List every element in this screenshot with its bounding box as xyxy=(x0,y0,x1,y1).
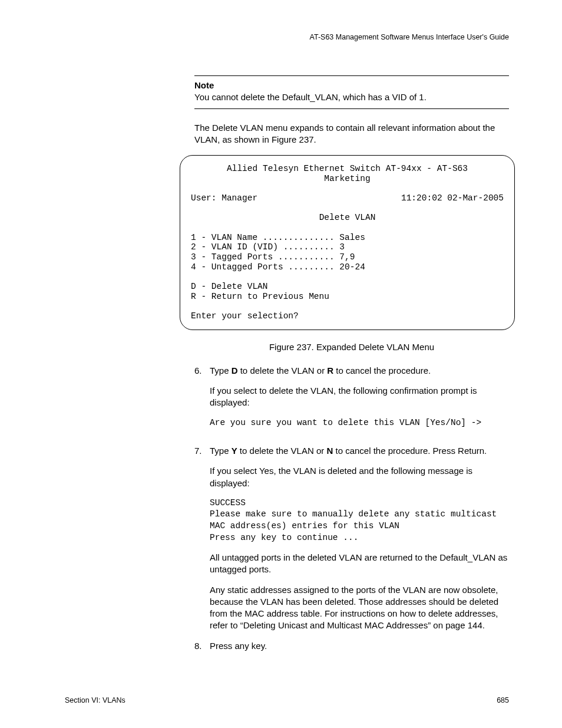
terminal-prompt: Enter your selection? xyxy=(191,311,504,321)
key-r: R xyxy=(327,365,333,375)
text: Type xyxy=(210,446,232,456)
key-n: N xyxy=(326,446,333,456)
running-header: AT-S63 Management Software Menus Interfa… xyxy=(65,33,509,41)
step-8: 8. Press any key. xyxy=(194,640,509,652)
key-y: Y xyxy=(232,446,237,456)
step-body: Type D to delete the VLAN or R to cancel… xyxy=(210,365,509,437)
step-number: 7. xyxy=(194,445,210,632)
terminal-item: 4 - Untagged Ports ......... 20-24 xyxy=(191,262,504,272)
step-body: Press any key. xyxy=(210,640,509,652)
step-follow: If you select to delete the VLAN, the fo… xyxy=(210,385,509,409)
text: to cancel the procedure. xyxy=(333,365,431,375)
page-footer: Section VI: VLANs 685 xyxy=(65,696,509,704)
terminal-user: User: Manager xyxy=(191,193,257,203)
terminal-menu-title: Delete VLAN xyxy=(191,213,504,223)
step-follow: If you select Yes, the VLAN is deleted a… xyxy=(210,465,509,489)
text: to delete the VLAN or xyxy=(237,446,327,456)
step-para: All untagged ports in the deleted VLAN a… xyxy=(210,552,509,576)
text: Type xyxy=(210,365,232,375)
note-text: You cannot delete the Default_VLAN, whic… xyxy=(194,92,427,102)
step-number: 6. xyxy=(194,365,210,437)
terminal-wrap: Allied Telesyn Ethernet Switch AT-94xx -… xyxy=(180,155,515,330)
intro-paragraph: The Delete VLAN menu expands to contain … xyxy=(194,122,509,146)
note-label: Note xyxy=(194,80,214,90)
figure-caption: Figure 237. Expanded Delete VLAN Menu xyxy=(194,342,509,352)
text: to delete the VLAN or xyxy=(238,365,328,375)
success-message: SUCCESS Please make sure to manually del… xyxy=(210,498,509,543)
step-7: 7. Type Y to delete the VLAN or N to can… xyxy=(194,445,509,632)
step-number: 8. xyxy=(194,640,210,652)
page: AT-S63 Management Software Menus Interfa… xyxy=(0,0,562,728)
terminal-action: R - Return to Previous Menu xyxy=(191,292,504,302)
terminal-title-2: Marketing xyxy=(191,174,504,184)
terminal-timestamp: 11:20:02 02-Mar-2005 xyxy=(401,193,504,203)
terminal-item: 3 - Tagged Ports ........... 7,9 xyxy=(191,252,504,262)
terminal-item: 1 - VLAN Name .............. Sales xyxy=(191,233,504,243)
step-6: 6. Type D to delete the VLAN or R to can… xyxy=(194,365,509,437)
note-box: Note You cannot delete the Default_VLAN,… xyxy=(194,75,509,109)
terminal-item: 2 - VLAN ID (VID) .......... 3 xyxy=(191,242,504,252)
content-column: Note You cannot delete the Default_VLAN,… xyxy=(194,75,509,652)
terminal-title-1: Allied Telesyn Ethernet Switch AT-94xx -… xyxy=(191,164,504,174)
footer-page-number: 685 xyxy=(497,696,509,704)
footer-section: Section VI: VLANs xyxy=(65,696,125,704)
key-d: D xyxy=(232,365,238,375)
step-para: Any static addresses assigned to the por… xyxy=(210,584,509,632)
step-body: Type Y to delete the VLAN or N to cancel… xyxy=(210,445,509,632)
step-text: Press any key. xyxy=(210,640,509,652)
text: to cancel the procedure. Press Return. xyxy=(333,446,487,456)
confirmation-prompt: Are you sure you want to delete this VLA… xyxy=(210,417,509,429)
terminal-action: D - Delete VLAN xyxy=(191,282,504,292)
terminal-screen: Allied Telesyn Ethernet Switch AT-94xx -… xyxy=(180,155,515,330)
